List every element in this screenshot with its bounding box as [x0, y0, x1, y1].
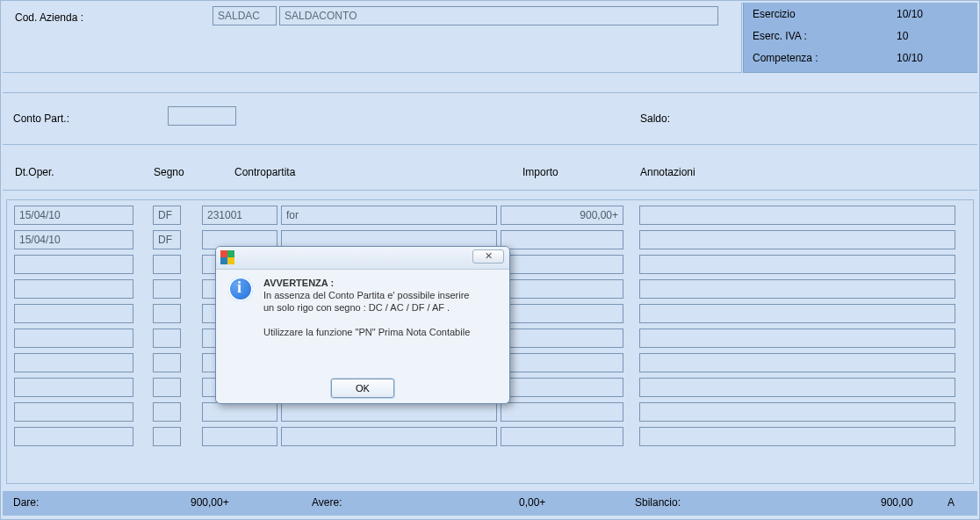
dare-label: Dare: — [13, 496, 39, 509]
svg-rect-0 — [220, 250, 227, 257]
cell-importo[interactable] — [501, 304, 623, 323]
info-icon — [228, 277, 253, 301]
dare-value: 900,00+ — [191, 496, 229, 509]
cell-importo[interactable] — [501, 329, 623, 348]
competenza-label: Competenza : — [753, 52, 818, 64]
table-row — [7, 427, 973, 450]
name-field[interactable]: SALDACONTO — [279, 6, 718, 25]
cell-note[interactable] — [639, 255, 955, 274]
eserc-iva-label: Eserc. IVA : — [753, 30, 807, 42]
cell-importo[interactable]: 900,00+ — [501, 206, 623, 225]
cell-segno[interactable] — [153, 279, 181, 299]
cell-importo[interactable] — [501, 378, 623, 397]
avere-value: 0,00+ — [519, 496, 545, 509]
dialog-footer: OK — [216, 379, 509, 398]
cell-date[interactable] — [14, 353, 133, 372]
cell-segno[interactable]: DF — [153, 206, 181, 225]
cell-importo[interactable] — [501, 353, 623, 372]
cell-cp_code[interactable] — [202, 427, 277, 446]
cell-cp_desc[interactable]: for — [281, 206, 497, 225]
cell-date[interactable] — [14, 378, 133, 397]
svg-rect-3 — [227, 257, 234, 264]
dialog-titlebar[interactable]: ✕ — [216, 247, 509, 270]
cell-date[interactable] — [14, 255, 133, 274]
cell-importo[interactable] — [501, 255, 623, 274]
col-contropartita: Contropartita — [234, 166, 295, 178]
conto-part-label: Conto Part.: — [13, 112, 69, 125]
cell-cp_desc[interactable] — [281, 402, 497, 422]
cell-cp_code[interactable]: 231001 — [202, 206, 277, 225]
col-dtoper: Dt.Oper. — [15, 166, 54, 178]
cell-cp_desc[interactable] — [281, 427, 497, 446]
cell-segno[interactable]: DF — [153, 230, 181, 249]
cell-importo[interactable] — [501, 279, 623, 299]
grid-header-row: Dt.Oper. Segno Contropartita Importo Ann… — [3, 152, 977, 191]
cell-cp_code[interactable] — [202, 402, 277, 422]
cell-segno[interactable] — [153, 329, 181, 348]
col-annotazioni: Annotazioni — [640, 166, 695, 178]
cell-date[interactable] — [14, 402, 133, 422]
cell-date[interactable] — [14, 427, 133, 446]
cell-segno[interactable] — [153, 304, 181, 323]
eserc-iva-value: 10 — [897, 30, 908, 42]
cell-note[interactable] — [639, 378, 955, 397]
cell-date[interactable] — [14, 304, 133, 323]
app-window: Cod. Azienda : SALDAC SALDACONTO Eserciz… — [0, 0, 980, 520]
dialog-line2: un solo rigo con segno : DC / AC / DF / … — [263, 302, 450, 313]
cell-segno[interactable] — [153, 378, 181, 397]
cell-segno[interactable] — [153, 427, 181, 446]
footer-bar: Dare: 900,00+ Avere: 0,00+ Sbilancio: 90… — [3, 491, 977, 516]
sbilancio-value: 900,00 — [881, 496, 913, 509]
cell-note[interactable] — [639, 230, 955, 249]
cell-segno[interactable] — [153, 402, 181, 422]
cod-azienda-label: Cod. Azienda : — [15, 11, 83, 24]
svg-rect-1 — [227, 250, 234, 257]
close-icon: ✕ — [485, 250, 493, 261]
exercise-panel: Esercizio 10/10 Eserc. IVA : 10 Competen… — [743, 3, 977, 73]
cell-segno[interactable] — [153, 353, 181, 372]
dialog-text: AVVERTENZA : In assenza del Conto Partit… — [263, 277, 501, 338]
competenza-value: 10/10 — [897, 52, 923, 64]
cell-date[interactable]: 15/04/10 — [14, 206, 133, 225]
dialog-line1: In assenza del Conto Partita e' possibil… — [263, 290, 469, 300]
sbilancio-label: Sbilancio: — [635, 496, 681, 509]
dialog-line3: Utilizzare la funzione "PN" Prima Nota C… — [263, 327, 470, 337]
cell-note[interactable] — [639, 206, 955, 225]
cell-importo[interactable] — [501, 230, 623, 249]
header-bar: Cod. Azienda : SALDAC SALDACONTO Eserciz… — [3, 3, 977, 73]
conto-part-row: Conto Part.: Saldo: — [3, 92, 977, 145]
app-icon — [220, 250, 234, 264]
svg-rect-2 — [220, 257, 227, 264]
sbilancio-sign: A — [948, 496, 955, 509]
dialog-body: AVVERTENZA : In assenza del Conto Partit… — [225, 277, 501, 368]
esercizio-value: 10/10 — [897, 8, 923, 20]
warning-dialog: ✕ AVVERTENZA : In assenza del Conto Part… — [215, 246, 510, 404]
cell-note[interactable] — [639, 329, 955, 348]
esercizio-label: Esercizio — [753, 8, 796, 20]
cell-importo[interactable] — [501, 427, 623, 446]
table-row: 15/04/10DF231001for900,00+ — [7, 206, 973, 228]
dialog-heading: AVVERTENZA : — [263, 278, 334, 288]
cell-importo[interactable] — [501, 402, 623, 422]
code-field[interactable]: SALDAC — [213, 6, 277, 25]
header-left: Cod. Azienda : SALDAC SALDACONTO — [3, 3, 742, 73]
table-row — [7, 402, 973, 425]
cell-note[interactable] — [639, 353, 955, 372]
cell-date[interactable] — [14, 279, 133, 299]
col-importo: Importo — [522, 166, 558, 178]
cell-note[interactable] — [639, 304, 955, 323]
cell-date[interactable] — [14, 329, 133, 348]
cell-date[interactable]: 15/04/10 — [14, 230, 133, 249]
cell-note[interactable] — [639, 402, 955, 422]
col-segno: Segno — [154, 166, 184, 178]
cell-note[interactable] — [639, 427, 955, 446]
cell-segno[interactable] — [153, 255, 181, 274]
dialog-close-button[interactable]: ✕ — [472, 249, 504, 264]
conto-part-field[interactable] — [168, 106, 236, 126]
ok-button[interactable]: OK — [331, 379, 394, 398]
saldo-label: Saldo: — [640, 112, 670, 125]
cell-note[interactable] — [639, 279, 955, 299]
avere-label: Avere: — [312, 496, 342, 509]
